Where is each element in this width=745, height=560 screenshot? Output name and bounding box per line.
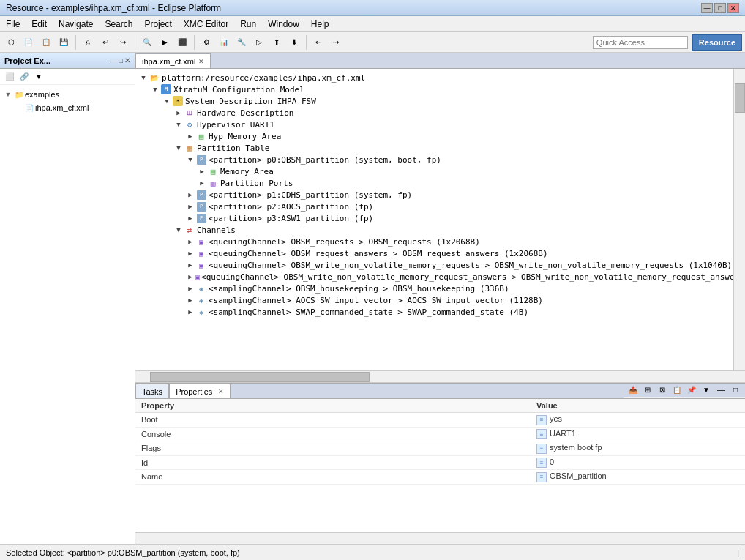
minimize-button[interactable]: — xyxy=(701,3,713,13)
menu-search[interactable]: Search xyxy=(99,18,138,31)
table-row[interactable]: Boot≡yes xyxy=(135,413,745,428)
menu-help[interactable]: Help xyxy=(305,18,335,31)
xml-tree-item[interactable]: ▶▤Memory Area xyxy=(135,165,733,177)
editor-inner[interactable]: ▼📂platform:/resource/examples/ihpa.xm_cf… xyxy=(135,69,733,370)
xml-tree-item[interactable]: ▶⊞Hardware Description xyxy=(135,107,733,119)
editor-tab-xml[interactable]: ihpa.xm_cf.xml ✕ xyxy=(135,53,211,68)
expand-arrow[interactable]: ▼ xyxy=(162,96,172,106)
xml-tree-item[interactable]: ▶◈<samplingChannel> OBSM_housekeeping > … xyxy=(135,283,733,294)
xml-tree-item[interactable]: ▶▣<queuingChannel> OBSM_requests > OBSM_… xyxy=(135,236,733,247)
xml-tree-item[interactable]: ▶▣<queuingChannel> OBSM_write_non_volati… xyxy=(135,259,733,271)
pe-link-editor[interactable]: 🔗 xyxy=(18,70,31,83)
xml-tree-item[interactable]: ▼☀System Description IHPA FSW xyxy=(135,95,733,107)
toolbar-btn-12[interactable]: 📊 xyxy=(216,34,232,51)
props-btn-5[interactable]: 📌 xyxy=(685,384,698,397)
tree-item-xml-file[interactable]: 📄 ihpa.xm_cf.xml xyxy=(0,101,135,114)
xml-tree-item[interactable]: ▶P<partition> p1:CDHS_partition (system,… xyxy=(135,189,733,201)
toolbar-resource-btn[interactable]: Resource xyxy=(692,34,742,51)
expand-arrow[interactable]: ▶ xyxy=(185,248,195,258)
expand-arrow[interactable]: ▶ xyxy=(185,283,195,294)
expand-arrow[interactable]: ▼ xyxy=(173,143,184,153)
toolbar-btn-4[interactable]: 💾 xyxy=(56,34,72,51)
quick-access-input[interactable] xyxy=(593,36,688,49)
xml-tree-item[interactable]: ▶◈<samplingChannel> AOCS_SW_input_vector… xyxy=(135,294,733,306)
expand-arrow[interactable]: ▶ xyxy=(173,108,184,118)
expand-arrow[interactable]: ▼ xyxy=(173,225,184,235)
toolbar-btn-8[interactable]: 🔍 xyxy=(139,34,155,51)
close-button[interactable]: ✕ xyxy=(727,3,739,13)
pe-close[interactable]: ✕ xyxy=(124,56,130,64)
expand-arrow[interactable]: ▼ xyxy=(185,154,195,165)
toolbar-btn-2[interactable]: 📄 xyxy=(20,34,37,51)
toolbar-btn-13[interactable]: 🔧 xyxy=(233,34,250,51)
xml-tree-item[interactable]: ▼P<partition> p0:OBSM_partition (system,… xyxy=(135,154,733,165)
toolbar-btn-3[interactable]: 📋 xyxy=(38,34,54,51)
pe-collapse-all[interactable]: ⬜ xyxy=(3,70,16,83)
props-content[interactable]: Property Value Boot≡yesConsole≡UART1Flag… xyxy=(135,399,745,532)
toolbar-btn-9[interactable]: ▶ xyxy=(157,34,173,51)
expand-arrow[interactable]: ▶ xyxy=(185,213,195,223)
toolbar-btn-1[interactable]: ⬡ xyxy=(3,34,19,51)
xml-tree-item[interactable]: ▶◈<samplingChannel> SWAP_commanded_state… xyxy=(135,306,733,318)
xml-tree-item[interactable]: ▶▣<queuingChannel> OBSM_write_non_volati… xyxy=(135,271,733,283)
menu-run[interactable]: Run xyxy=(234,18,262,31)
pe-maximize[interactable]: □ xyxy=(119,56,123,64)
props-btn-3[interactable]: ⊠ xyxy=(656,384,669,397)
table-row[interactable]: Name≡OBSM_partition xyxy=(135,470,745,485)
props-btn-2[interactable]: ⊞ xyxy=(641,384,654,397)
toolbar-btn-10[interactable]: ⬛ xyxy=(174,34,190,51)
tab-properties[interactable]: Properties ✕ xyxy=(169,384,231,398)
xml-tree-item[interactable]: ▶▣<queuingChannel> OBSM_request_answers … xyxy=(135,247,733,259)
pe-minimize[interactable]: — xyxy=(110,56,117,64)
expand-arrow-examples[interactable]: ▼ xyxy=(3,89,13,100)
props-btn-6[interactable]: ▼ xyxy=(700,384,713,397)
props-btn-4[interactable]: 📋 xyxy=(670,384,684,397)
xml-tree-item[interactable]: ▼⚙Hypervisor UART1 xyxy=(135,119,733,130)
expand-arrow[interactable]: ▶ xyxy=(185,272,195,282)
menu-navigate[interactable]: Navigate xyxy=(53,18,99,31)
toolbar-btn-14[interactable]: ▷ xyxy=(251,34,267,51)
expand-arrow[interactable]: ▶ xyxy=(185,131,195,141)
toolbar-btn-11[interactable]: ⚙ xyxy=(198,34,214,51)
toolbar-btn-15[interactable]: ⬆ xyxy=(269,34,285,51)
menu-project[interactable]: Project xyxy=(138,18,177,31)
xml-tree-item[interactable]: ▼📂platform:/resource/examples/ihpa.xm_cf… xyxy=(135,72,733,83)
toolbar-btn-18[interactable]: ⇢ xyxy=(328,34,344,51)
menu-window[interactable]: Window xyxy=(262,18,305,31)
xml-tree-item[interactable]: ▼MXtratuM Configuration Model xyxy=(135,83,733,95)
props-btn-1[interactable]: 📤 xyxy=(626,384,640,397)
toolbar-btn-5[interactable]: ⎌ xyxy=(80,34,96,51)
menu-xmc-editor[interactable]: XMC Editor xyxy=(178,18,234,31)
xml-tree-item[interactable]: ▼⇄Channels xyxy=(135,224,733,236)
pe-menu[interactable]: ▼ xyxy=(32,70,45,83)
editor-vscroll[interactable] xyxy=(733,69,745,370)
props-tab-close[interactable]: ✕ xyxy=(218,388,224,395)
props-minimize[interactable]: — xyxy=(714,384,727,397)
expand-arrow[interactable]: ▶ xyxy=(197,166,207,176)
expand-arrow[interactable]: ▶ xyxy=(185,236,195,247)
props-hscroll[interactable] xyxy=(135,532,745,544)
xml-tree-item[interactable]: ▶P<partition> p3:ASW1_partition (fp) xyxy=(135,212,733,224)
expand-arrow[interactable]: ▶ xyxy=(197,178,207,188)
menu-edit[interactable]: Edit xyxy=(26,18,53,31)
toolbar-btn-16[interactable]: ⬇ xyxy=(286,34,302,51)
expand-arrow[interactable]: ▼ xyxy=(173,119,184,130)
xml-tree-item[interactable]: ▶▥Partition Ports xyxy=(135,177,733,189)
toolbar-btn-7[interactable]: ↪ xyxy=(115,34,131,51)
xml-tree-item[interactable]: ▶▤Hyp Memory Area xyxy=(135,130,733,142)
expand-arrow[interactable]: ▶ xyxy=(185,307,195,317)
expand-arrow[interactable]: ▼ xyxy=(138,72,149,83)
editor-tab-close[interactable]: ✕ xyxy=(198,58,204,65)
expand-arrow[interactable]: ▶ xyxy=(185,201,195,212)
pe-content[interactable]: ▼ 📁 examples 📄 ihpa.xm_cf.xml xyxy=(0,85,135,544)
table-row[interactable]: Id≡0 xyxy=(135,455,745,470)
expand-arrow[interactable]: ▼ xyxy=(150,84,160,94)
props-maximize[interactable]: □ xyxy=(729,384,742,397)
toolbar-btn-17[interactable]: ⇠ xyxy=(310,34,326,51)
editor-hscroll[interactable] xyxy=(135,370,745,382)
menu-file[interactable]: File xyxy=(0,18,26,31)
xml-tree-item[interactable]: ▶P<partition> p2:AOCS_partition (fp) xyxy=(135,201,733,212)
toolbar-btn-6[interactable]: ↩ xyxy=(97,34,113,51)
expand-arrow[interactable]: ▶ xyxy=(185,295,195,305)
expand-arrow[interactable]: ▶ xyxy=(185,190,195,200)
